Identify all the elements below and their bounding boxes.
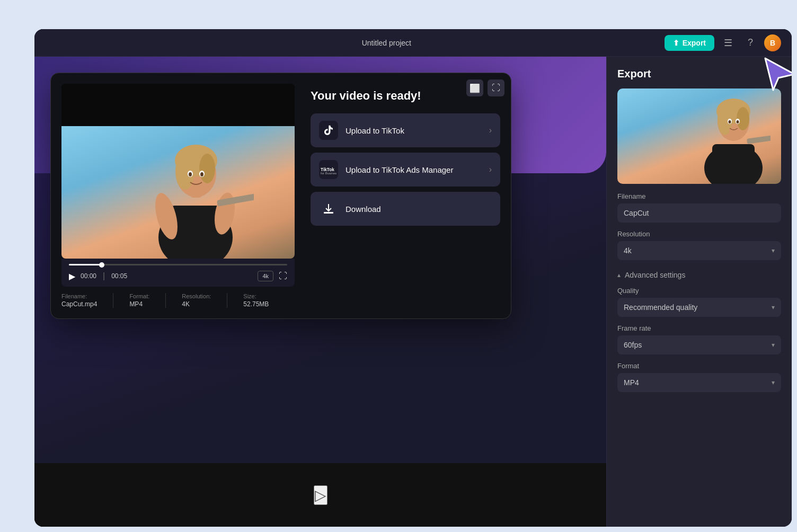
layers-icon: ☰ (724, 37, 732, 49)
quality-badge[interactable]: 4k (258, 271, 273, 281)
canvas-play-button[interactable]: ▷ (314, 485, 327, 505)
chevron-up-icon: ▴ (617, 271, 621, 279)
video-controls: ▶ 00:00 | 00:05 4k ⛶ (61, 259, 295, 287)
tiktok-icon (319, 121, 338, 140)
filename-field-group: Filename (617, 192, 781, 223)
svg-rect-29 (747, 135, 771, 144)
format-label: Format (617, 362, 781, 370)
video-woman-figure (137, 131, 254, 259)
video-main-image (61, 126, 295, 259)
format-field-group: Format MP4 ▾ (617, 362, 781, 392)
video-screen (61, 84, 295, 259)
progress-bar[interactable] (69, 264, 287, 265)
controls-row: ▶ 00:00 | 00:05 4k ⛶ (69, 271, 287, 281)
svg-point-11 (189, 172, 192, 176)
chevron-down-icon-resolution: ▾ (772, 247, 775, 254)
upload-tiktok-button[interactable]: Upload to TikTok › (311, 113, 500, 147)
chevron-right-icon: › (489, 126, 492, 135)
layers-button[interactable]: ☰ (720, 34, 737, 51)
help-button[interactable]: ? (742, 34, 759, 51)
video-modal: ⬜ ⛶ (50, 73, 511, 319)
app-window: Untitled project ⬆ Export ☰ ? B (34, 29, 792, 527)
tiktok-ads-icon: TikTok for Business (319, 160, 338, 179)
top-bar: Untitled project ⬆ Export ☰ ? B (34, 29, 792, 57)
help-icon: ? (748, 37, 753, 48)
feedback-icon: ⬜ (470, 83, 480, 93)
duration: 00:05 (111, 272, 127, 280)
framerate-label: Frame rate (617, 324, 781, 332)
download-button[interactable]: Download (311, 192, 500, 226)
export-panel: Export ✕ (606, 57, 792, 527)
export-panel-title: Export (617, 68, 651, 80)
export-fields: Filename Resolution 4k ▾ (607, 192, 792, 268)
fullscreen-button[interactable]: ⛶ (279, 271, 287, 281)
upload-icon: ⬆ (673, 39, 679, 47)
video-preview: ▶ 00:00 | 00:05 4k ⛶ (61, 84, 295, 308)
framerate-field-group: Frame rate 60fps ▾ (617, 324, 781, 354)
feedback-button[interactable]: ⬜ (466, 79, 483, 96)
chevron-right-icon-2: › (489, 165, 492, 174)
time-separator: | (103, 271, 105, 281)
filename-label: Filename (617, 192, 781, 200)
export-thumbnail (617, 88, 781, 184)
main-content: ⬜ ⛶ (34, 57, 792, 527)
file-info: Filename: CapCut.mp4 Format: MP4 Resolut… (61, 287, 295, 308)
svg-rect-13 (217, 193, 254, 207)
svg-point-8 (199, 154, 215, 183)
svg-point-23 (737, 107, 749, 130)
fullscreen-modal-button[interactable]: ⛶ (488, 79, 504, 96)
download-icon (319, 199, 338, 218)
editor-area: ⬜ ⛶ (34, 57, 606, 527)
resolution-info: Resolution: 4K (182, 293, 211, 308)
svg-point-12 (200, 172, 203, 176)
resolution-label: Resolution (617, 230, 781, 238)
svg-marker-17 (765, 58, 792, 90)
progress-fill (69, 264, 102, 265)
chevron-down-icon-framerate: ▾ (772, 341, 775, 349)
svg-point-28 (737, 120, 739, 123)
modal-body: ▶ 00:00 | 00:05 4k ⛶ (51, 73, 511, 318)
upload-tiktok-ads-button[interactable]: TikTok for Business Upload to TikTok Ads… (311, 153, 500, 187)
export-panel-header: Export ✕ (607, 57, 792, 88)
advanced-section: Quality Recommended quality ▾ Frame rate… (607, 287, 792, 400)
progress-thumb (99, 262, 104, 268)
play-button[interactable]: ▶ (69, 271, 75, 281)
quality-label: Quality (617, 287, 781, 295)
filename-info: Filename: CapCut.mp4 (61, 293, 97, 308)
filename-input[interactable] (617, 203, 781, 223)
current-time: 00:00 (81, 272, 96, 280)
svg-rect-16 (324, 212, 333, 214)
export-button[interactable]: ⬆ Export (665, 35, 714, 51)
svg-point-27 (729, 120, 731, 123)
svg-text:for Business: for Business (321, 172, 336, 175)
chevron-down-icon-format: ▾ (772, 379, 775, 386)
ready-panel: Your video is ready! Upload to TikTok › (311, 84, 500, 308)
resolution-field-group: Resolution 4k ▾ (617, 230, 781, 260)
quality-select[interactable]: Recommended quality ▾ (617, 298, 781, 317)
modal-top-icons: ⬜ ⛶ (466, 79, 504, 96)
chevron-down-icon-quality: ▾ (772, 304, 775, 311)
user-avatar[interactable]: B (764, 34, 781, 51)
top-bar-right: ⬆ Export ☰ ? B (665, 34, 781, 51)
format-select[interactable]: MP4 ▾ (617, 373, 781, 392)
expand-icon: ⛶ (492, 83, 500, 93)
size-info: Size: 52.75MB (243, 293, 269, 308)
resolution-select[interactable]: 4k ▾ (617, 241, 781, 260)
svg-rect-19 (712, 144, 755, 184)
format-info: Format: MP4 (129, 293, 149, 308)
video-placeholder-top (61, 84, 295, 126)
export-woman-figure (696, 91, 771, 184)
quality-field-group: Quality Recommended quality ▾ (617, 287, 781, 317)
project-title: Untitled project (109, 39, 665, 47)
cursor-arrow-decoration (760, 57, 792, 93)
bottom-canvas: ▷ (34, 463, 606, 527)
advanced-settings-toggle[interactable]: ▴ Advanced settings (607, 271, 792, 279)
framerate-select[interactable]: 60fps ▾ (617, 335, 781, 354)
